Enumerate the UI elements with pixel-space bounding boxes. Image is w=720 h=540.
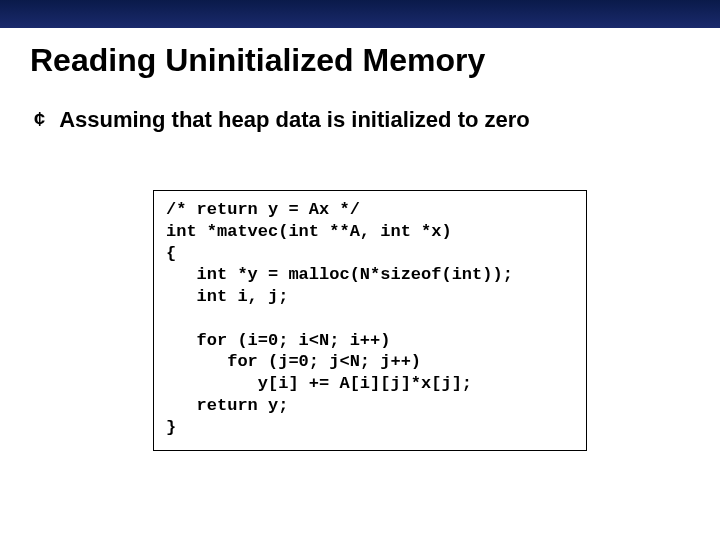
header-stripe: [0, 0, 720, 28]
slide-title: Reading Uninitialized Memory: [0, 28, 720, 79]
bullet-text: Assuming that heap data is initialized t…: [59, 107, 530, 133]
code-block: /* return y = Ax */ int *matvec(int **A,…: [153, 190, 587, 451]
bullet-row: ¢ Assuming that heap data is initialized…: [0, 79, 720, 133]
bullet-marker: ¢: [34, 107, 45, 131]
